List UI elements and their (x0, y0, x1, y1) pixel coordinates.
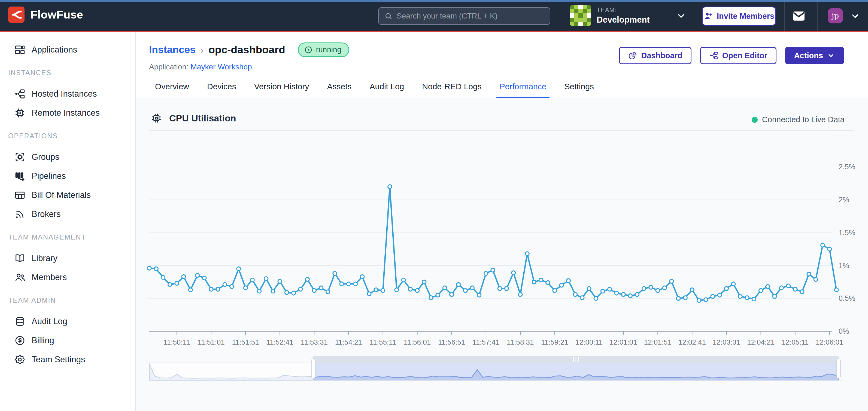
chevron-down-icon (827, 52, 835, 60)
status-badge-label: running (316, 45, 341, 54)
sidebar-item-billing[interactable]: Billing (0, 331, 135, 350)
brand-name: FlowFuse (31, 8, 83, 21)
breadcrumb-instances-link[interactable]: Instances (149, 44, 196, 56)
brand[interactable]: FlowFuse (8, 6, 83, 23)
tab-version-history[interactable]: Version History (253, 82, 311, 98)
status-badge: running (298, 42, 349, 57)
application-row: Application: Mayker Workshop (149, 63, 252, 71)
pie-chart-icon (628, 51, 637, 60)
sidebar-item-team-settings[interactable]: Team Settings (0, 350, 135, 369)
search-input[interactable]: Search your team (CTRL + K) (378, 7, 550, 25)
top-accent-bar (0, 0, 868, 2)
top-navbar: FlowFuse Search your team (CTRL + K) (0, 0, 868, 32)
sidebar-item-label: Bill Of Materials (32, 190, 91, 200)
billing-icon (14, 335, 26, 346)
sidebar-item-bill-of-materials[interactable]: Bill Of Materials (0, 185, 135, 205)
performance-panel: CPU Utilisation Connected to Live Data (136, 98, 868, 411)
search-icon (384, 12, 393, 21)
dashboard-button-label: Dashboard (641, 51, 682, 60)
live-data-status: Connected to Live Data (752, 115, 844, 124)
open-editor-button[interactable]: Open Editor (700, 47, 776, 64)
sidebar-item-label: Library (32, 253, 58, 263)
play-circle-icon (304, 45, 313, 54)
groups-icon (14, 151, 26, 163)
sidebar-item-label: Applications (32, 45, 77, 55)
sidebar-item-hosted-instances[interactable]: Hosted Instances (0, 84, 135, 103)
tab-performance[interactable]: Performance (498, 82, 548, 98)
panel-header: CPU Utilisation (151, 112, 236, 124)
panel-divider (149, 130, 854, 131)
mail-icon[interactable] (792, 10, 806, 22)
sidebar-section-operations: OPERATIONS (8, 132, 135, 140)
actions-button[interactable]: Actions (785, 47, 844, 64)
sidebar-item-label: Audit Log (32, 316, 67, 327)
dashboard-button[interactable]: Dashboard (619, 47, 691, 64)
sidebar-item-label: Pipelines (32, 171, 66, 181)
sidebar-item-label: Billing (32, 336, 54, 345)
sidebar-item-label: Hosted Instances (32, 89, 97, 99)
members-icon (14, 272, 26, 283)
sidebar-item-members[interactable]: Members (0, 268, 135, 287)
breadcrumb-separator: › (200, 44, 204, 56)
tab-devices[interactable]: Devices (206, 82, 238, 98)
topbar-separator (698, 2, 698, 31)
application-label: Application: (149, 63, 189, 71)
sidebar-item-label: Groups (32, 152, 59, 162)
tab-overview[interactable]: Overview (153, 82, 191, 98)
invite-members-button[interactable]: Invite Members (702, 6, 776, 26)
team-name: Development (597, 15, 650, 25)
sidebar-item-label: Remote Instances (32, 108, 100, 118)
panel-title: CPU Utilisation (169, 113, 236, 124)
sidebar-item-pipelines[interactable]: Pipelines (0, 167, 135, 185)
sidebar-item-remote-instances[interactable]: Remote Instances (0, 103, 135, 123)
user-avatar[interactable]: jp (828, 8, 843, 24)
header-buttons: Dashboard Open Editor Actions (619, 47, 844, 64)
team-meta: TEAM: Development (597, 6, 650, 25)
application-link[interactable]: Mayker Workshop (191, 63, 252, 71)
team-chevron-down-icon[interactable] (676, 10, 687, 21)
sidebar-item-applications[interactable]: Applications (0, 40, 135, 59)
flowfuse-logo-icon (8, 6, 25, 23)
audit-log-icon (14, 316, 26, 327)
bill-of-materials-icon (14, 190, 26, 201)
open-editor-button-label: Open Editor (722, 51, 768, 60)
sidebar-section-team-admin: TEAM ADMIN (8, 296, 135, 304)
invite-members-label: Invite Members (717, 12, 774, 21)
live-status-dot (752, 117, 758, 123)
sidebar-nav: Applications INSTANCES Hosted Instances … (0, 32, 136, 411)
page-title: opc-dashboard (209, 44, 285, 56)
team-settings-icon (14, 354, 26, 365)
instance-tabs: Overview Devices Version History Assets … (136, 82, 868, 99)
search-placeholder: Search your team (CTRL + K) (397, 12, 497, 21)
tab-node-red-logs[interactable]: Node-RED Logs (421, 82, 483, 98)
team-label: TEAM: (597, 6, 650, 14)
topbar-separator (784, 2, 785, 31)
applications-icon (14, 44, 26, 56)
live-status-label: Connected to Live Data (762, 115, 844, 124)
topbar-separator (817, 2, 817, 31)
actions-button-label: Actions (794, 51, 823, 60)
hosted-instances-icon (14, 88, 26, 100)
team-avatar (570, 5, 591, 26)
sidebar-item-brokers[interactable]: Brokers (0, 205, 135, 224)
library-icon (14, 252, 26, 264)
tab-settings[interactable]: Settings (563, 82, 595, 98)
sidebar-item-label: Members (32, 272, 67, 282)
tab-audit-log[interactable]: Audit Log (368, 82, 406, 98)
tab-assets[interactable]: Assets (325, 82, 353, 98)
cpu-icon (151, 112, 162, 124)
user-initials: jp (832, 11, 839, 21)
flowfuse-app: FlowFuse Search your team (CTRL + K) (0, 0, 868, 411)
sidebar-section-instances: INSTANCES (8, 69, 135, 77)
sidebar-item-audit-log[interactable]: Audit Log (0, 312, 135, 331)
node-editor-icon (709, 51, 718, 60)
sidebar-item-library[interactable]: Library (0, 249, 135, 268)
user-menu-chevron-down-icon[interactable] (850, 11, 860, 21)
user-plus-icon (704, 11, 713, 21)
sidebar-item-label: Brokers (32, 209, 61, 219)
pipelines-icon (14, 170, 26, 182)
breadcrumb: Instances › opc-dashboard running (149, 42, 349, 57)
sidebar-item-groups[interactable]: Groups (0, 147, 135, 167)
main-content: Instances › opc-dashboard running Applic… (136, 32, 868, 411)
team-selector[interactable]: TEAM: Development (570, 5, 650, 26)
